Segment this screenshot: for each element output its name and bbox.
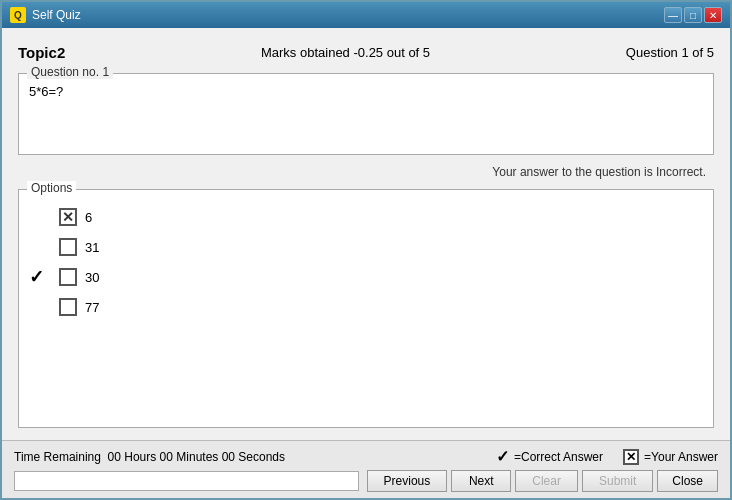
close-button[interactable]: Close xyxy=(657,470,718,492)
close-window-button[interactable]: ✕ xyxy=(704,7,722,23)
time-remaining: Time Remaining 00 Hours 00 Minutes 00 Se… xyxy=(14,450,285,464)
topic-title: Topic2 xyxy=(18,44,65,61)
main-window: Q Self Quiz — □ ✕ Topic2 Marks obtained … xyxy=(0,0,732,500)
title-bar-left: Q Self Quiz xyxy=(10,7,81,23)
header-row: Topic2 Marks obtained -0.25 out of 5 Que… xyxy=(18,40,714,65)
window-title: Self Quiz xyxy=(32,8,81,22)
question-box: Question no. 1 5*6=? xyxy=(18,73,714,155)
option-checkbox-2[interactable] xyxy=(59,238,77,256)
your-answer-xbox-icon: ✕ xyxy=(623,449,639,465)
option-label-1: 6 xyxy=(85,210,92,225)
options-legend: Options xyxy=(27,181,76,195)
progress-bar xyxy=(14,471,359,491)
clear-button[interactable]: Clear xyxy=(515,470,578,492)
correct-legend-label: =Correct Answer xyxy=(514,450,603,464)
maximize-button[interactable]: □ xyxy=(684,7,702,23)
x-mark-icon: ✕ xyxy=(62,210,74,224)
submit-button[interactable]: Submit xyxy=(582,470,653,492)
time-label: Time Remaining xyxy=(14,450,101,464)
title-buttons: — □ ✕ xyxy=(664,7,722,23)
question-legend: Question no. 1 xyxy=(27,65,113,79)
correct-legend: ✓ =Correct Answer xyxy=(496,447,603,466)
main-content: Topic2 Marks obtained -0.25 out of 5 Que… xyxy=(2,28,730,440)
app-icon: Q xyxy=(10,7,26,23)
question-text: 5*6=? xyxy=(19,74,713,154)
title-bar: Q Self Quiz — □ ✕ xyxy=(2,2,730,28)
option-checkbox-1[interactable]: ✕ xyxy=(59,208,77,226)
minimize-button[interactable]: — xyxy=(664,7,682,23)
option-label-3: 30 xyxy=(85,270,99,285)
your-answer-legend: ✕ =Your Answer xyxy=(623,449,718,465)
option-label-2: 31 xyxy=(85,240,99,255)
your-answer-legend-label: =Your Answer xyxy=(644,450,718,464)
option-checkbox-3[interactable] xyxy=(59,268,77,286)
option-checkbox-4[interactable] xyxy=(59,298,77,316)
option-row-3: ✓ 30 xyxy=(59,262,701,292)
answer-feedback: Your answer to the question is Incorrect… xyxy=(18,163,714,181)
marks-text: Marks obtained -0.25 out of 5 xyxy=(261,45,430,60)
footer-buttons-row: Previous Next Clear Submit Close xyxy=(14,470,718,492)
question-number: Question 1 of 5 xyxy=(626,45,714,60)
footer: Time Remaining 00 Hours 00 Minutes 00 Se… xyxy=(2,440,730,498)
options-box: Options ✕ 6 31 ✓ 30 xyxy=(18,189,714,428)
legend-area: ✓ =Correct Answer ✕ =Your Answer xyxy=(496,447,718,466)
correct-answer-indicator: ✓ xyxy=(29,266,44,288)
correct-check-icon: ✓ xyxy=(496,447,509,466)
previous-button[interactable]: Previous xyxy=(367,470,448,492)
footer-legend-row: Time Remaining 00 Hours 00 Minutes 00 Se… xyxy=(14,447,718,466)
option-label-4: 77 xyxy=(85,300,99,315)
time-value: 00 Hours 00 Minutes 00 Seconds xyxy=(108,450,285,464)
option-row-1: ✕ 6 xyxy=(59,202,701,232)
option-row-2: 31 xyxy=(59,232,701,262)
next-button[interactable]: Next xyxy=(451,470,511,492)
option-row-4: 77 xyxy=(59,292,701,322)
